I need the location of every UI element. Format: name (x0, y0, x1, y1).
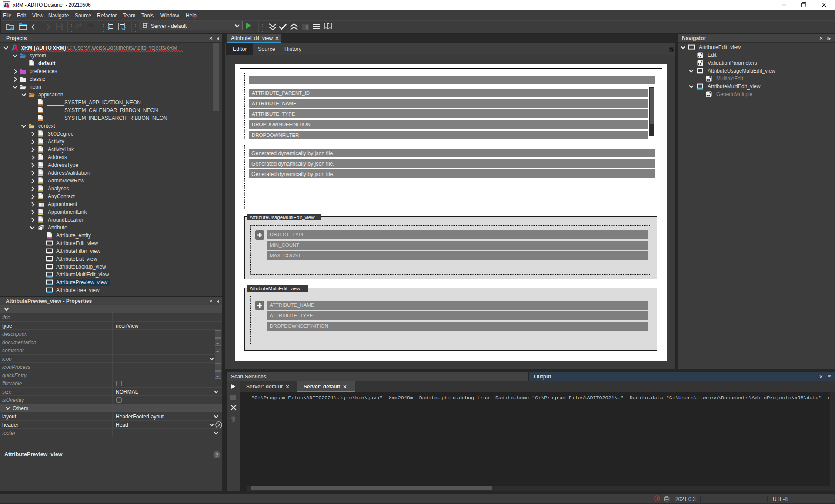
svg-text:?: ? (215, 452, 218, 458)
svg-text:1: 1 (656, 497, 658, 501)
